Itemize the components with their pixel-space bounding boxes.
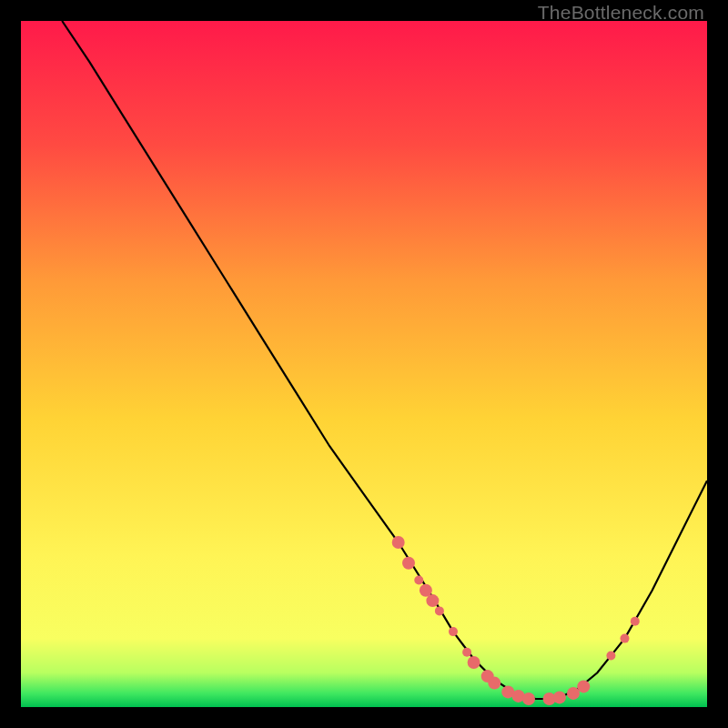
data-marker [631,617,640,626]
chart-svg [21,21,707,707]
data-marker [522,693,535,705]
data-marker [414,576,423,585]
data-marker [577,680,590,693]
data-marker [606,652,615,661]
data-marker [392,536,405,549]
data-marker [462,648,471,657]
gradient-background [21,21,707,707]
data-marker [426,594,439,607]
data-marker [468,656,480,669]
data-marker [449,627,458,636]
data-marker [553,691,566,703]
data-marker [621,634,630,643]
watermark-text: TheBottleneck.com [538,2,704,24]
data-marker [402,557,415,570]
chart-frame [21,21,707,707]
data-marker [488,677,500,690]
data-marker [435,606,444,615]
